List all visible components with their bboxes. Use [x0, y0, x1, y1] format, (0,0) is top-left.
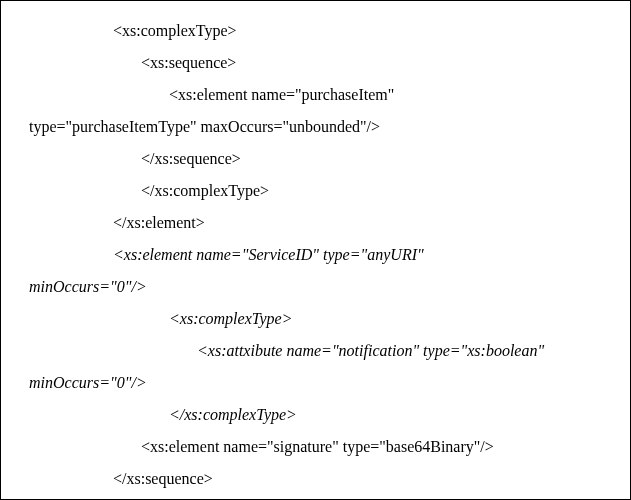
code-line: type="purchaseItemType" maxOccurs="unbou… — [1, 111, 630, 143]
code-line: </xs:complexType> — [1, 399, 630, 431]
code-line: <xs:attxibute name="notification" type="… — [1, 335, 630, 367]
code-line: <xs:element name="purchaseItem" — [1, 79, 630, 111]
code-line: <xs:complexType> — [1, 15, 630, 47]
code-line: </xs:sequence> — [1, 463, 630, 495]
code-line: <xs:element name="signature" type="base6… — [1, 431, 630, 463]
code-line: <xs:complexType> — [1, 303, 630, 335]
code-line: </xs:sequence> — [1, 143, 630, 175]
code-line: minOccurs="0"/> — [1, 367, 630, 399]
code-line: minOccurs="0"/> — [1, 271, 630, 303]
code-line: </xs:complexType> — [1, 175, 630, 207]
code-line: <xs:sequence> — [1, 47, 630, 79]
code-line: </xs:extension> — [1, 495, 630, 500]
code-line: </xs:element> — [1, 207, 630, 239]
code-box: <xs:complexType> <xs:sequence> <xs:eleme… — [0, 0, 631, 500]
code-line: <xs:element name="ServiceID" type="anyUR… — [1, 239, 630, 271]
